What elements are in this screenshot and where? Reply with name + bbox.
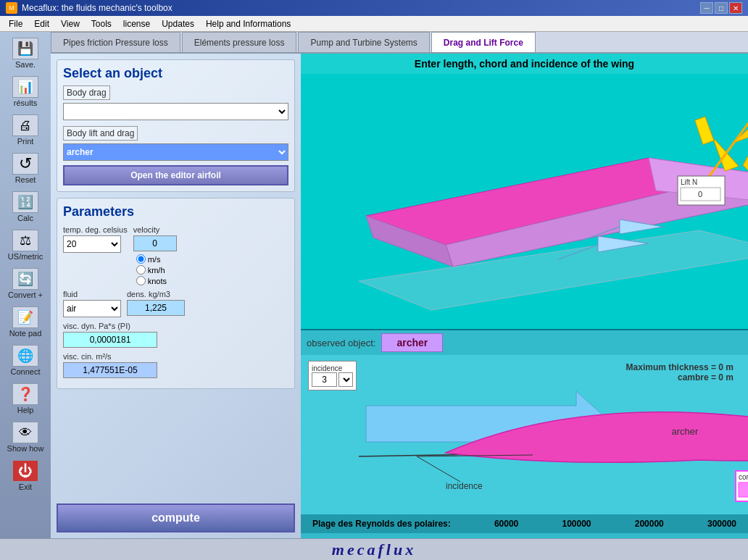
svg-text:Lift N: Lift N <box>681 178 697 186</box>
app-icon: M <box>6 2 17 14</box>
svg-text:incidence: incidence <box>446 481 483 491</box>
close-button[interactable]: ✕ <box>729 2 742 14</box>
minimize-button[interactable]: ─ <box>700 2 713 14</box>
body-drag-select[interactable] <box>63 103 288 120</box>
body-lift-label: Body lift and drag <box>63 126 138 141</box>
body-drag-group: Body drag <box>63 85 288 120</box>
dens-label: dens. kg/m3 <box>127 290 185 298</box>
usmetric-button[interactable]: ⚖ US/metric <box>4 227 47 264</box>
menu-view[interactable]: View <box>55 17 86 30</box>
body-lift-select[interactable]: archer <box>63 143 288 161</box>
menu-file[interactable]: File <box>3 17 28 30</box>
svg-text:corde en m: corde en m <box>739 473 748 481</box>
help-label: Help <box>17 406 34 414</box>
reynolds-val-3: 200000 <box>635 519 664 529</box>
help-button[interactable]: ❓ Help <box>4 380 47 417</box>
visc-cin-group: visc. cin. m²/s <box>63 352 288 378</box>
svg-text:archer: archer <box>672 426 699 437</box>
help-icon: ❓ <box>12 383 38 405</box>
convert-button[interactable]: 🔄 Convert + <box>4 265 47 302</box>
visc-dyn-group: visc. dyn. Pa*s (PI) <box>63 322 288 348</box>
reynolds-val-1: 60000 <box>494 519 518 529</box>
thickness-info: Maximum thickness = 0 m cambre = 0 m <box>626 362 734 383</box>
fluid-label: fluid <box>63 290 121 298</box>
save-button[interactable]: 💾 Save. <box>4 35 47 72</box>
reset-icon: ↺ <box>12 153 38 175</box>
unit-kmh-radio[interactable]: km/h <box>136 265 177 275</box>
airfoil-area: incidence 3 Maximum thickness = 0 m <box>301 355 748 514</box>
unit-ms-radio[interactable]: m/s <box>136 254 177 264</box>
svg-rect-35 <box>739 482 748 497</box>
reynolds-val-4: 300000 <box>707 519 736 529</box>
body-drag-label: Body drag <box>63 85 110 100</box>
visc-cin-input <box>63 362 157 378</box>
showhow-button[interactable]: 👁 Show how <box>4 419 47 456</box>
visc-cin-row: visc. cin. m²/s <box>63 352 288 378</box>
showhow-label: Show how <box>7 444 44 453</box>
incidence-box: incidence 3 <box>308 361 357 390</box>
fluid-dens-row: fluid airwater dens. kg/m3 <box>63 290 288 317</box>
velocity-label: velocity <box>133 225 177 234</box>
connect-icon: 🌐 <box>12 345 38 367</box>
body-lift-group: Body lift and drag archer <box>63 126 288 161</box>
dens-input[interactable] <box>127 300 185 316</box>
tab-pump[interactable]: Pump and Turbine Systems <box>298 32 429 52</box>
incidence-label: incidence <box>312 364 353 372</box>
mecaflux-logo: mecaflux <box>332 540 416 559</box>
usmetric-label: US/metric <box>8 252 43 261</box>
status-bar: mecaflux <box>0 538 748 560</box>
incidence-input[interactable] <box>312 372 337 387</box>
menu-bar: File Edit View Tools license Updates Hel… <box>0 16 748 32</box>
tab-drag[interactable]: Drag and Lift Force <box>431 32 536 52</box>
visc-dyn-row: visc. dyn. Pa*s (PI) <box>63 322 288 348</box>
calc-label: Calc <box>17 214 33 222</box>
left-panel: Select an object Body drag Body lift and… <box>51 54 301 538</box>
temp-group: temp. deg. celsius 201525 <box>63 225 128 285</box>
usmetric-icon: ⚖ <box>12 230 38 251</box>
menu-license[interactable]: license <box>117 17 156 30</box>
visc-dyn-label: visc. dyn. Pa*s (PI) <box>63 322 288 330</box>
max-thickness: Maximum thickness = 0 m <box>626 362 734 372</box>
connect-label: Connect <box>11 367 41 376</box>
exit-button[interactable]: ⏻ Exit <box>4 457 47 494</box>
fluid-select[interactable]: airwater <box>63 300 121 317</box>
reset-button[interactable]: ↺ Reset <box>4 150 47 187</box>
visc-dyn-input[interactable] <box>63 332 157 348</box>
compute-button[interactable]: compute <box>57 503 295 532</box>
notepad-label: Note pad <box>9 329 42 338</box>
content-area: Pipes friction Pressure loss Eléments pr… <box>51 32 748 538</box>
menu-updates[interactable]: Updates <box>156 17 200 30</box>
menu-help[interactable]: Help and Informations <box>200 17 296 30</box>
save-icon: 💾 <box>12 38 38 59</box>
menu-edit[interactable]: Edit <box>28 17 55 30</box>
velocity-input[interactable] <box>133 235 177 251</box>
print-label: Print <box>17 137 34 146</box>
tab-elements[interactable]: Eléments pressure loss <box>182 32 297 52</box>
convert-label: Convert + <box>8 291 43 299</box>
svg-line-31 <box>417 456 460 482</box>
calc-button[interactable]: 🔢 Calc <box>4 188 47 225</box>
results-button[interactable]: 📊 résults <box>4 73 47 110</box>
exit-label: Exit <box>19 482 32 491</box>
observed-prefix: observed object: <box>307 338 375 348</box>
menu-tools[interactable]: Tools <box>86 17 117 30</box>
tab-pipes[interactable]: Pipes friction Pressure loss <box>51 32 180 52</box>
temp-select[interactable]: 201525 <box>63 235 121 253</box>
open-editor-button[interactable]: Open the editor airfoil <box>63 165 288 185</box>
reynolds-range-label: Plage des Reynolds des polaires: <box>312 519 451 529</box>
temp-label: temp. deg. celsius <box>63 225 128 234</box>
incidence-select[interactable]: 3 <box>338 372 353 387</box>
print-button[interactable]: 🖨 Print <box>4 112 47 149</box>
calc-icon: 🔢 <box>12 191 38 213</box>
unit-knots-radio[interactable]: knots <box>136 276 177 285</box>
connect-button[interactable]: 🌐 Connect <box>4 342 47 379</box>
select-object-section: Select an object Body drag Body lift and… <box>57 59 295 192</box>
parameters-title: Parameters <box>63 204 288 220</box>
wing-3d-area: Enter length, chord and incidence of the… <box>301 54 748 329</box>
maximize-button[interactable]: □ <box>715 2 728 14</box>
panel-area: Select an object Body drag Body lift and… <box>51 54 748 538</box>
dens-group: dens. kg/m3 <box>127 290 185 317</box>
showhow-icon: 👁 <box>12 422 38 443</box>
notepad-button[interactable]: 📝 Note pad <box>4 304 47 340</box>
window-title: Mecaflux: the fluids mechanic's toolbox <box>22 3 700 13</box>
